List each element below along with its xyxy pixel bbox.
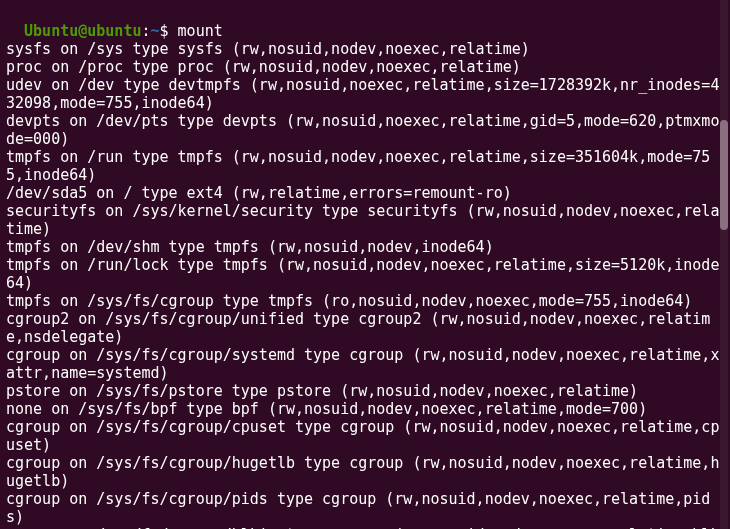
output-line: tmpfs on /run type tmpfs (rw,nosuid,node… (6, 148, 724, 184)
prompt-path: ~ (151, 22, 160, 40)
scrollbar-thumb[interactable] (720, 120, 728, 230)
terminal-window[interactable]: Ubuntu@ubuntu:~$ mount sysfs on /sys typ… (6, 4, 724, 529)
output-line: cgroup on /sys/fs/cgroup/hugetlb type cg… (6, 454, 724, 490)
command-text: mount (178, 22, 223, 40)
prompt-host: ubuntu (87, 22, 141, 40)
prompt-line: Ubuntu@ubuntu:~$ mount (24, 22, 223, 40)
output-line: tmpfs on /dev/shm type tmpfs (rw,nosuid,… (6, 238, 724, 256)
output-line: /dev/sda5 on / type ext4 (rw,relatime,er… (6, 184, 724, 202)
output-line: sysfs on /sys type sysfs (rw,nosuid,node… (6, 40, 724, 58)
prompt-user: Ubuntu (24, 22, 78, 40)
output-line: cgroup2 on /sys/fs/cgroup/unified type c… (6, 310, 724, 346)
output-line: securityfs on /sys/kernel/security type … (6, 202, 724, 238)
output-line: tmpfs on /sys/fs/cgroup type tmpfs (ro,n… (6, 292, 724, 310)
output-line: proc on /proc type proc (rw,nosuid,nodev… (6, 58, 724, 76)
output-line: tmpfs on /run/lock type tmpfs (rw,nosuid… (6, 256, 724, 292)
prompt-at: @ (78, 22, 87, 40)
output-line: cgroup on /sys/fs/cgroup/systemd type cg… (6, 346, 724, 382)
prompt-colon: : (141, 22, 150, 40)
output-line: devpts on /dev/pts type devpts (rw,nosui… (6, 112, 724, 148)
output-line: udev on /dev type devtmpfs (rw,nosuid,no… (6, 76, 724, 112)
output-line: pstore on /sys/fs/pstore type pstore (rw… (6, 382, 724, 400)
output-line: cgroup on /sys/fs/cgroup/pids type cgrou… (6, 490, 724, 526)
scrollbar-track[interactable] (720, 0, 728, 529)
command-output: sysfs on /sys type sysfs (rw,nosuid,node… (6, 40, 724, 529)
output-line: none on /sys/fs/bpf type bpf (rw,nosuid,… (6, 400, 724, 418)
prompt-dollar: $ (160, 22, 178, 40)
output-line: cgroup on /sys/fs/cgroup/cpuset type cgr… (6, 418, 724, 454)
